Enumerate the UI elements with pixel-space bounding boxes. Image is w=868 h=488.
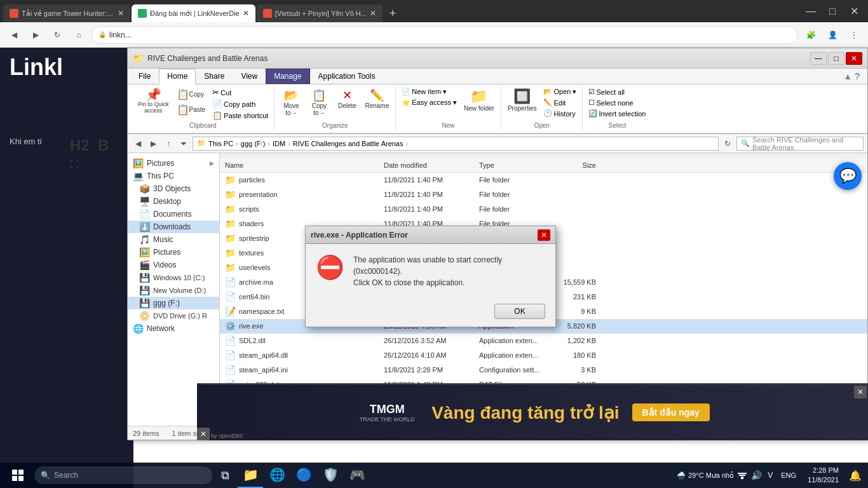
sidebar-item-videos[interactable]: 🎬 Videos — [128, 259, 219, 271]
refresh-location-btn[interactable]: ↻ — [721, 137, 734, 150]
copy-path-btn[interactable]: 📄 Copy path — [210, 98, 270, 109]
new-folder-btn[interactable]: 📁 New folder — [461, 87, 497, 113]
sidebar-item-documents[interactable]: 📄 Documents — [128, 208, 219, 220]
tray-network-icon[interactable] — [736, 470, 748, 481]
col-type[interactable]: Type — [474, 159, 550, 171]
select-all-btn[interactable]: ☑ Select all — [587, 87, 648, 97]
ribbon-tab-manage[interactable]: Manage — [266, 69, 309, 84]
history-btn[interactable]: 🕐 History — [541, 109, 578, 118]
refresh-btn[interactable]: ↻ — [48, 26, 66, 44]
browser-close-btn[interactable]: ✕ — [845, 3, 863, 20]
copy-btn[interactable]: 📋 Copy — [174, 87, 208, 102]
back-btn[interactable]: ◀ — [5, 26, 23, 44]
col-name[interactable]: Name — [220, 159, 379, 171]
taskbar-chrome[interactable]: 🔵 — [291, 463, 316, 488]
cut-btn[interactable]: ✂ Cut — [210, 87, 270, 98]
col-date[interactable]: Date modified — [379, 159, 474, 171]
paste-shortcut-btn[interactable]: 📋 Paste shortcut — [210, 110, 270, 121]
browser-tab-3[interactable]: [Vietsub + Pinyin] Yên Vô H... ✕ — [257, 4, 383, 22]
sidebar-item-pictures-top[interactable]: 🖼️ Pictures ▶ — [128, 157, 219, 170]
browser-minimize-btn[interactable]: — — [802, 3, 820, 20]
sidebar-item-ggg-f[interactable]: 💾 ggg (F:) — [128, 297, 219, 309]
tab1-close[interactable]: ✕ — [118, 9, 124, 18]
taskbar-steam[interactable]: 🎮 — [344, 463, 370, 488]
chat-bubble[interactable]: 💬 — [834, 162, 862, 190]
explorer-maximize-btn[interactable]: □ — [828, 52, 844, 65]
file-row-scripts[interactable]: 📁scripts 11/8/2021 1:40 PM File folder — [220, 202, 867, 217]
ribbon-tab-view[interactable]: View — [233, 69, 266, 84]
dialog-ok-btn[interactable]: OK — [494, 304, 545, 319]
sidebar-item-desktop[interactable]: 🖥️ Desktop — [128, 195, 219, 208]
home-btn[interactable]: ⌂ — [70, 26, 88, 44]
easy-access-btn[interactable]: ⭐ Easy access ▾ — [400, 98, 459, 107]
col-size[interactable]: Size — [550, 159, 601, 171]
sidebar-item-network[interactable]: 🌐 Network — [128, 322, 219, 335]
explorer-recent-btn[interactable]: ⏷ — [177, 137, 190, 150]
ad-close-btn[interactable]: ✕ — [854, 386, 867, 398]
ribbon-tab-home[interactable]: Home — [159, 69, 196, 85]
select-none-btn[interactable]: ☐ Select none — [587, 98, 648, 107]
sidebar-item-thispc[interactable]: 💻 This PC — [128, 170, 219, 182]
ribbon-collapse-btn[interactable]: ▲ — [843, 71, 852, 81]
taskbar-file-explorer[interactable]: 📁 — [238, 463, 263, 488]
search-box[interactable]: 🔍 Search RIVE Challenges and Battle Aren… — [736, 137, 864, 151]
taskbar-edge[interactable]: 🌐 — [264, 463, 290, 488]
ribbon-tab-app-tools[interactable]: Application Tools — [310, 69, 384, 84]
pin-quick-access-btn[interactable]: 📌 Pin to Quickaccess — [135, 87, 172, 115]
edit-btn[interactable]: ✏️ Edit — [541, 98, 578, 107]
explorer-minimize-btn[interactable]: — — [810, 52, 827, 65]
delete-btn[interactable]: ✕ Delete — [334, 87, 360, 111]
tab3-close[interactable]: ✕ — [370, 9, 376, 18]
task-view-btn[interactable]: ⧉ — [214, 463, 236, 488]
new-item-btn[interactable]: 📄 New item ▾ — [400, 87, 459, 97]
sidebar-item-downloads[interactable]: ⬇️ Downloads — [128, 220, 219, 233]
taskbar-app4[interactable]: 🛡️ — [318, 463, 343, 488]
browser-tab-1[interactable]: Tải về game Tower Hunter: Erza's... ✕ — [3, 4, 130, 22]
tab2-close[interactable]: ✕ — [243, 9, 249, 18]
open-btn[interactable]: 📂 Open ▾ — [541, 87, 578, 97]
start-button[interactable] — [3, 463, 33, 488]
forward-btn[interactable]: ▶ — [27, 26, 44, 44]
weather-widget[interactable]: 🌧️ 29°C Mưa nhỏ — [677, 471, 734, 480]
extensions-btn[interactable]: 🧩 — [802, 26, 820, 44]
tray-extra1[interactable]: V — [764, 470, 776, 481]
rename-btn[interactable]: ✏️ Rename — [362, 87, 391, 111]
language-indicator[interactable]: ENG — [778, 471, 799, 479]
ribbon-tab-file[interactable]: File — [130, 69, 159, 84]
ad-cta-btn[interactable]: Bắt đầu ngay — [632, 403, 710, 421]
settings-btn[interactable]: ⋮ — [845, 26, 863, 44]
sidebar-item-new-volume-d[interactable]: 💾 New Volume (D:) — [128, 284, 219, 297]
properties-btn[interactable]: 🔲 Properties — [505, 87, 539, 113]
file-row-sdl2[interactable]: 📄SDL2.dll 26/12/2016 3:52 AM Application… — [220, 334, 867, 348]
profile-btn[interactable]: 👤 — [824, 26, 841, 44]
sidebar-item-3dobjects[interactable]: 📦 3D Objects — [128, 182, 219, 195]
file-row-steam-api64-dll[interactable]: 📄steam_api64.dll 26/12/2016 4:10 AM Appl… — [220, 348, 867, 363]
new-tab-button[interactable]: + — [384, 4, 402, 22]
sidebar-item-pictures[interactable]: 🖼️ Pictures — [128, 246, 219, 259]
explorer-back-btn[interactable]: ◀ — [132, 137, 144, 150]
explorer-close-btn[interactable]: ✕ — [846, 52, 862, 65]
browser-tab-2[interactable]: Đăng bài mới | LinkNeverDie ✕ — [132, 4, 255, 22]
sidebar-item-dvd-g[interactable]: 📀 DVD Drive (G:) R — [128, 309, 219, 322]
explorer-forward-btn[interactable]: ▶ — [147, 137, 159, 150]
ribbon-tab-share[interactable]: Share — [196, 69, 233, 84]
address-bar[interactable]: 🔒 linkn... — [92, 26, 798, 44]
file-row-steam-api64-ini[interactable]: 📄steam_api64.ini 11/8/2021 2:28 PM Confi… — [220, 363, 867, 377]
sidebar-item-windows-c[interactable]: 💾 Windows 10 (C:) — [128, 271, 219, 284]
copy-to-btn[interactable]: 📋 Copyto→ — [306, 87, 332, 118]
main-close-btn[interactable]: ✕ — [197, 428, 210, 440]
paste-btn[interactable]: 📋 Paste — [174, 102, 208, 117]
sidebar-item-music[interactable]: 🎵 Music — [128, 233, 219, 246]
breadcrumb-bar[interactable]: 📁 This PC › ggg (F:) › IDM › RIVE Challe… — [193, 137, 719, 151]
file-row-presentation[interactable]: 📁presentation 11/8/2021 1:40 PM File fol… — [220, 187, 867, 202]
ribbon-help-btn[interactable]: ? — [855, 71, 860, 81]
taskbar-search[interactable]: 🔍 Search — [34, 466, 212, 484]
browser-maximize-btn[interactable]: □ — [824, 3, 841, 20]
invert-selection-btn[interactable]: 🔄 Invert selection — [587, 109, 648, 118]
dialog-close-btn[interactable]: ✕ — [538, 229, 550, 241]
file-row-particles[interactable]: 📁particles 11/8/2021 1:40 PM File folder — [220, 173, 867, 187]
tray-volume-icon[interactable]: 🔊 — [750, 470, 762, 481]
explorer-up-btn[interactable]: ↑ — [162, 137, 175, 150]
move-to-btn[interactable]: 📂 Moveto→ — [278, 87, 304, 118]
taskbar-clock[interactable]: 2:28 PM 11/8/2021 — [803, 466, 844, 485]
